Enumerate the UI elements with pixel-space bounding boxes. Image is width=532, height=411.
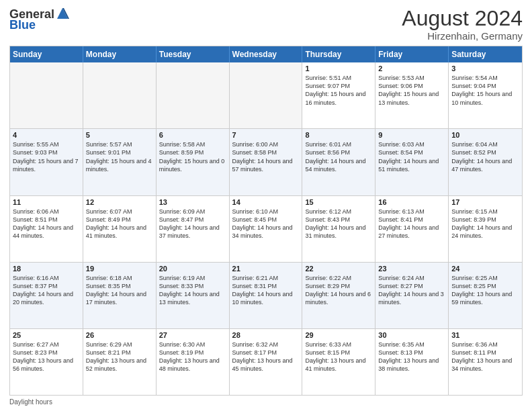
day-info: Sunrise: 6:18 AM Sunset: 8:35 PM Dayligh… — [86, 274, 153, 307]
calendar-week-3: 11Sunrise: 6:06 AM Sunset: 8:51 PM Dayli… — [10, 196, 522, 263]
day-info: Sunrise: 5:57 AM Sunset: 9:01 PM Dayligh… — [86, 140, 153, 173]
calendar-week-1: 1Sunrise: 5:51 AM Sunset: 9:07 PM Daylig… — [10, 62, 522, 129]
title-month: August 2024 — [402, 7, 523, 30]
day-info: Sunrise: 6:09 AM Sunset: 8:47 PM Dayligh… — [159, 208, 226, 240]
title-location: Hirzenhain, Germany — [402, 30, 523, 42]
header-day-saturday: Saturday — [449, 46, 522, 62]
day-info: Sunrise: 6:04 AM Sunset: 8:52 PM Dayligh… — [451, 140, 519, 173]
day-info: Sunrise: 6:16 AM Sunset: 8:37 PM Dayligh… — [13, 274, 80, 307]
calendar-cell: 19Sunrise: 6:18 AM Sunset: 8:35 PM Dayli… — [83, 263, 157, 328]
day-info: Sunrise: 5:51 AM Sunset: 9:07 PM Dayligh… — [305, 74, 372, 107]
day-number: 9 — [378, 131, 445, 139]
day-info: Sunrise: 6:13 AM Sunset: 8:41 PM Dayligh… — [378, 208, 445, 240]
calendar-cell: 16Sunrise: 6:13 AM Sunset: 8:41 PM Dayli… — [375, 196, 449, 262]
day-number: 24 — [451, 265, 519, 273]
calendar-cell: 9Sunrise: 6:03 AM Sunset: 8:54 PM Daylig… — [375, 129, 449, 195]
footer-note: Daylight hours — [9, 398, 523, 406]
day-number: 25 — [13, 331, 80, 339]
calendar-cell: 29Sunrise: 6:33 AM Sunset: 8:15 PM Dayli… — [302, 329, 375, 395]
day-number: 5 — [86, 131, 153, 139]
day-info: Sunrise: 6:29 AM Sunset: 8:21 PM Dayligh… — [86, 340, 153, 373]
calendar-cell: 26Sunrise: 6:29 AM Sunset: 8:21 PM Dayli… — [83, 329, 157, 395]
day-info: Sunrise: 5:53 AM Sunset: 9:06 PM Dayligh… — [378, 74, 445, 107]
calendar-week-5: 25Sunrise: 6:27 AM Sunset: 8:23 PM Dayli… — [10, 329, 522, 395]
day-info: Sunrise: 6:01 AM Sunset: 8:56 PM Dayligh… — [305, 140, 372, 173]
day-number: 21 — [232, 265, 300, 273]
title-block: August 2024 Hirzenhain, Germany — [402, 7, 523, 42]
day-number: 15 — [305, 198, 372, 206]
day-number: 14 — [232, 198, 300, 206]
day-number: 22 — [305, 265, 372, 273]
calendar-cell: 15Sunrise: 6:12 AM Sunset: 8:43 PM Dayli… — [302, 196, 375, 262]
day-info: Sunrise: 6:00 AM Sunset: 8:58 PM Dayligh… — [232, 140, 300, 173]
calendar-cell: 2Sunrise: 5:53 AM Sunset: 9:06 PM Daylig… — [375, 62, 449, 128]
calendar-cell: 20Sunrise: 6:19 AM Sunset: 8:33 PM Dayli… — [157, 263, 230, 328]
header-day-sunday: Sunday — [10, 46, 83, 62]
day-number: 26 — [86, 331, 153, 339]
header-day-wednesday: Wednesday — [230, 46, 303, 62]
day-info: Sunrise: 6:25 AM Sunset: 8:25 PM Dayligh… — [451, 274, 519, 307]
calendar-cell: 28Sunrise: 6:32 AM Sunset: 8:17 PM Dayli… — [230, 329, 303, 395]
day-info: Sunrise: 6:12 AM Sunset: 8:43 PM Dayligh… — [305, 208, 372, 240]
day-info: Sunrise: 6:06 AM Sunset: 8:51 PM Dayligh… — [13, 208, 80, 240]
day-info: Sunrise: 6:22 AM Sunset: 8:29 PM Dayligh… — [305, 274, 372, 307]
day-info: Sunrise: 6:33 AM Sunset: 8:15 PM Dayligh… — [305, 340, 372, 373]
calendar-cell: 5Sunrise: 5:57 AM Sunset: 9:01 PM Daylig… — [83, 129, 157, 195]
header-day-thursday: Thursday — [302, 46, 375, 62]
day-number: 29 — [305, 331, 372, 339]
calendar-cell: 24Sunrise: 6:25 AM Sunset: 8:25 PM Dayli… — [449, 263, 522, 328]
day-number: 10 — [451, 131, 519, 139]
calendar-cell — [10, 62, 83, 128]
day-number: 4 — [13, 131, 80, 139]
calendar-cell — [83, 62, 157, 128]
day-info: Sunrise: 5:55 AM Sunset: 9:03 PM Dayligh… — [13, 140, 80, 173]
day-info: Sunrise: 6:19 AM Sunset: 8:33 PM Dayligh… — [159, 274, 226, 307]
page: General Blue August 2024 Hirzenhain, Ger… — [0, 0, 532, 411]
calendar-header: SundayMondayTuesdayWednesdayThursdayFrid… — [10, 46, 522, 62]
day-info: Sunrise: 6:27 AM Sunset: 8:23 PM Dayligh… — [13, 340, 80, 373]
calendar-body: 1Sunrise: 5:51 AM Sunset: 9:07 PM Daylig… — [10, 62, 522, 395]
day-info: Sunrise: 5:58 AM Sunset: 8:59 PM Dayligh… — [159, 140, 226, 173]
calendar-cell: 10Sunrise: 6:04 AM Sunset: 8:52 PM Dayli… — [449, 129, 522, 195]
day-info: Sunrise: 6:24 AM Sunset: 8:27 PM Dayligh… — [378, 274, 445, 307]
calendar-cell: 18Sunrise: 6:16 AM Sunset: 8:37 PM Dayli… — [10, 263, 83, 328]
day-info: Sunrise: 5:54 AM Sunset: 9:04 PM Dayligh… — [451, 74, 519, 107]
day-number: 2 — [378, 64, 445, 73]
day-number: 27 — [159, 331, 226, 339]
calendar-cell: 25Sunrise: 6:27 AM Sunset: 8:23 PM Dayli… — [10, 329, 83, 395]
calendar-cell: 6Sunrise: 5:58 AM Sunset: 8:59 PM Daylig… — [157, 129, 230, 195]
calendar-cell: 17Sunrise: 6:15 AM Sunset: 8:39 PM Dayli… — [449, 196, 522, 262]
calendar-cell: 22Sunrise: 6:22 AM Sunset: 8:29 PM Dayli… — [302, 263, 375, 328]
day-info: Sunrise: 6:15 AM Sunset: 8:39 PM Dayligh… — [451, 208, 519, 240]
calendar-cell: 23Sunrise: 6:24 AM Sunset: 8:27 PM Dayli… — [375, 263, 449, 328]
day-info: Sunrise: 6:03 AM Sunset: 8:54 PM Dayligh… — [378, 140, 445, 173]
calendar-cell: 27Sunrise: 6:30 AM Sunset: 8:19 PM Dayli… — [157, 329, 230, 395]
logo: General Blue — [9, 7, 69, 31]
day-number: 17 — [451, 198, 519, 206]
calendar-cell: 8Sunrise: 6:01 AM Sunset: 8:56 PM Daylig… — [302, 129, 375, 195]
calendar-cell: 11Sunrise: 6:06 AM Sunset: 8:51 PM Dayli… — [10, 196, 83, 262]
calendar-cell: 31Sunrise: 6:36 AM Sunset: 8:11 PM Dayli… — [449, 329, 522, 395]
calendar-cell: 14Sunrise: 6:10 AM Sunset: 8:45 PM Dayli… — [230, 196, 303, 262]
calendar-cell: 1Sunrise: 5:51 AM Sunset: 9:07 PM Daylig… — [302, 62, 375, 128]
day-info: Sunrise: 6:32 AM Sunset: 8:17 PM Dayligh… — [232, 340, 300, 373]
day-number: 28 — [232, 331, 300, 339]
day-number: 7 — [232, 131, 300, 139]
calendar-cell: 3Sunrise: 5:54 AM Sunset: 9:04 PM Daylig… — [449, 62, 522, 128]
day-number: 13 — [159, 198, 226, 206]
day-info: Sunrise: 6:07 AM Sunset: 8:49 PM Dayligh… — [86, 208, 153, 240]
calendar-week-4: 18Sunrise: 6:16 AM Sunset: 8:37 PM Dayli… — [10, 263, 522, 329]
day-number: 16 — [378, 198, 445, 206]
calendar-cell: 7Sunrise: 6:00 AM Sunset: 8:58 PM Daylig… — [230, 129, 303, 195]
day-info: Sunrise: 6:10 AM Sunset: 8:45 PM Dayligh… — [232, 208, 300, 240]
day-number: 20 — [159, 265, 226, 273]
calendar-cell: 21Sunrise: 6:21 AM Sunset: 8:31 PM Dayli… — [230, 263, 303, 328]
day-info: Sunrise: 6:35 AM Sunset: 8:13 PM Dayligh… — [378, 340, 445, 373]
calendar-cell — [230, 62, 303, 128]
calendar-week-2: 4Sunrise: 5:55 AM Sunset: 9:03 PM Daylig… — [10, 129, 522, 195]
day-number: 18 — [13, 265, 80, 273]
day-number: 1 — [305, 64, 372, 73]
day-number: 8 — [305, 131, 372, 139]
calendar-cell: 4Sunrise: 5:55 AM Sunset: 9:03 PM Daylig… — [10, 129, 83, 195]
day-number: 19 — [86, 265, 153, 273]
